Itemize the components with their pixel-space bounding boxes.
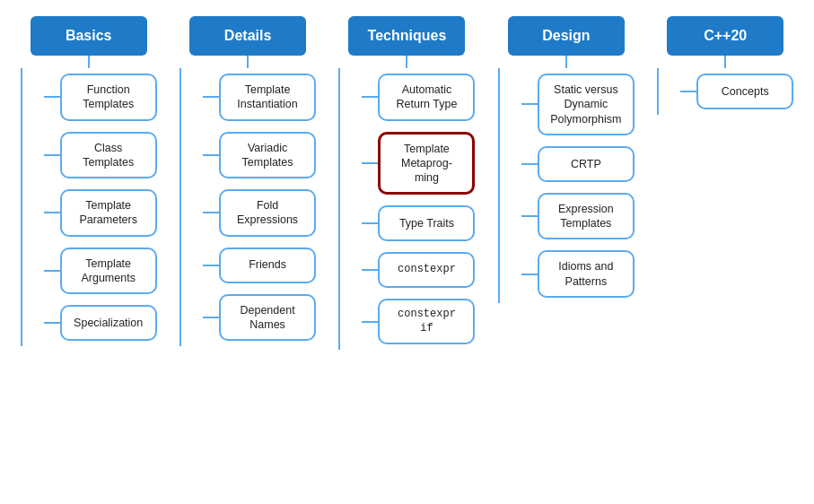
item-row: constexpr <box>362 252 475 288</box>
h-line <box>521 215 538 217</box>
h-line <box>521 163 538 165</box>
items-wrap-design: Static versusDynamicPolymorphismCRTPExpr… <box>498 68 635 303</box>
node-box[interactable]: Specialization <box>60 305 157 341</box>
item-row: FunctionTemplates <box>44 74 157 121</box>
node-box[interactable]: CRTP <box>538 146 635 182</box>
node-box[interactable]: VariadicTemplates <box>219 132 316 179</box>
node-box[interactable]: Type Traits <box>378 205 475 241</box>
node-box[interactable]: FunctionTemplates <box>60 74 157 121</box>
node-box[interactable]: TemplateParameters <box>60 189 157 237</box>
item-row: Concepts <box>680 74 793 109</box>
h-line <box>362 96 378 98</box>
item-row: TemplateParameters <box>44 189 157 237</box>
h-line <box>362 222 378 224</box>
h-line <box>203 265 219 266</box>
column-details: DetailsTemplateInstantiationVariadicTemp… <box>176 16 319 346</box>
node-box[interactable]: ExpressionTemplates <box>538 193 635 240</box>
h-line <box>203 212 219 213</box>
item-row: ClassTemplates <box>44 132 157 179</box>
items-wrap-basics: FunctionTemplatesClassTemplatesTemplateP… <box>21 68 157 346</box>
item-row: FoldExpressions <box>203 189 316 237</box>
node-box[interactable]: AutomaticReturn Type <box>378 74 475 121</box>
node-box[interactable]: constexpr <box>378 252 475 288</box>
column-header-techniques: Techniques <box>348 16 465 56</box>
h-line <box>362 269 378 271</box>
vline-design <box>498 68 500 303</box>
items-wrap-details: TemplateInstantiationVariadicTemplatesFo… <box>179 68 316 346</box>
item-row: ExpressionTemplates <box>521 193 635 240</box>
vline-basics <box>21 68 22 346</box>
diagram: BasicsFunctionTemplatesClassTemplatesTem… <box>0 0 814 504</box>
h-line <box>362 321 378 323</box>
item-row: TemplateInstantiation <box>203 74 316 121</box>
column-header-details: Details <box>189 16 306 56</box>
vline-details <box>179 68 181 346</box>
top-connector-details <box>247 56 249 68</box>
top-connector-cpp20 <box>724 56 726 68</box>
item-row: CRTP <box>521 146 635 182</box>
item-row: VariadicTemplates <box>203 132 316 179</box>
column-cpp20: C++20Concepts <box>653 16 797 115</box>
h-line <box>203 317 219 318</box>
h-line <box>203 154 219 156</box>
item-row: Type Traits <box>362 205 475 241</box>
item-row: Idioms andPatterns <box>521 250 635 298</box>
h-line <box>203 96 219 98</box>
h-line <box>44 154 60 156</box>
node-box[interactable]: Idioms andPatterns <box>538 250 635 298</box>
column-header-basics: Basics <box>31 16 147 56</box>
h-line <box>521 103 538 105</box>
item-row: DependentNames <box>203 294 316 342</box>
node-box[interactable]: TemplateInstantiation <box>219 74 316 121</box>
h-line <box>680 91 696 92</box>
column-header-cpp20: C++20 <box>667 16 783 56</box>
top-connector-techniques <box>406 56 407 68</box>
item-row: AutomaticReturn Type <box>362 74 475 121</box>
node-box[interactable]: Friends <box>219 248 316 283</box>
vline-cpp20 <box>657 68 659 115</box>
node-box[interactable]: FoldExpressions <box>219 189 316 237</box>
node-box[interactable]: Concepts <box>696 74 793 109</box>
item-row: Specialization <box>44 305 157 341</box>
h-line <box>44 270 60 272</box>
column-header-design: Design <box>508 16 625 56</box>
column-basics: BasicsFunctionTemplatesClassTemplatesTem… <box>17 16 161 346</box>
node-box[interactable]: DependentNames <box>219 294 316 342</box>
h-line <box>44 212 60 213</box>
item-row: Friends <box>203 248 316 283</box>
items-wrap-cpp20: Concepts <box>657 68 793 115</box>
h-line <box>44 322 60 324</box>
column-design: DesignStatic versusDynamicPolymorphismCR… <box>495 16 638 303</box>
top-connector-design <box>565 56 567 68</box>
node-box[interactable]: Static versusDynamicPolymorphism <box>538 74 635 135</box>
item-row: constexprif <box>362 299 475 344</box>
h-line <box>521 274 538 275</box>
node-box[interactable]: ClassTemplates <box>60 132 157 179</box>
h-line <box>44 96 60 98</box>
item-row: Static versusDynamicPolymorphism <box>521 74 635 135</box>
vline-techniques <box>338 68 340 350</box>
node-box[interactable]: constexprif <box>378 299 475 344</box>
items-wrap-techniques: AutomaticReturn TypeTemplateMetaprog-min… <box>338 68 475 350</box>
column-techniques: TechniquesAutomaticReturn TypeTemplateMe… <box>335 16 478 350</box>
item-row: TemplateArguments <box>44 248 157 295</box>
item-row: TemplateMetaprog-ming <box>362 132 475 196</box>
top-connector-basics <box>88 56 90 68</box>
node-box[interactable]: TemplateMetaprog-ming <box>378 132 475 196</box>
h-line <box>362 162 378 164</box>
node-box[interactable]: TemplateArguments <box>60 248 157 295</box>
